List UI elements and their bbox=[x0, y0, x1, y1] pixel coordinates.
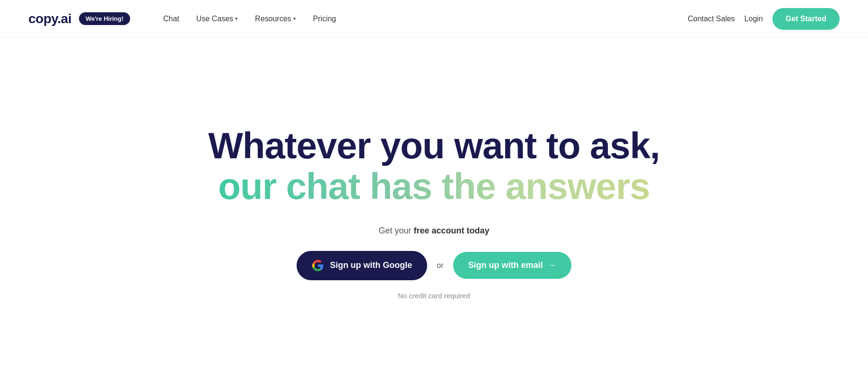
signup-google-label: Sign up with Google bbox=[330, 260, 412, 270]
get-started-button[interactable]: Get Started bbox=[772, 8, 840, 30]
signup-email-label: Sign up with email bbox=[468, 260, 543, 270]
navbar-nav: Chat Use Cases ▾ Resources ▾ Pricing bbox=[157, 11, 342, 27]
or-divider-text: or bbox=[437, 261, 443, 270]
hiring-badge[interactable]: We're Hiring! bbox=[79, 12, 130, 25]
logo-text: copy.ai bbox=[28, 11, 71, 26]
hero-subtitle: Get your free account today bbox=[378, 226, 489, 236]
subtitle-bold: free account today bbox=[413, 226, 489, 235]
nav-item-resources[interactable]: Resources ▾ bbox=[248, 11, 302, 27]
nav-item-chat[interactable]: Chat bbox=[157, 11, 186, 27]
no-credit-card-text: No credit card required bbox=[398, 292, 470, 300]
contact-sales-link[interactable]: Contact Sales bbox=[688, 15, 735, 23]
chevron-down-icon: ▾ bbox=[235, 16, 238, 22]
hero-title-line1: Whatever you want to ask, bbox=[208, 126, 660, 166]
arrow-right-icon: → bbox=[548, 260, 556, 270]
logo[interactable]: copy.ai bbox=[28, 11, 71, 26]
subtitle-prefix: Get your bbox=[378, 226, 413, 235]
signup-email-button[interactable]: Sign up with email → bbox=[453, 252, 571, 279]
nav-resources-label: Resources bbox=[255, 15, 291, 23]
login-link[interactable]: Login bbox=[745, 15, 763, 23]
cta-buttons: Sign up with Google or Sign up with emai… bbox=[297, 251, 571, 280]
nav-usecases-label: Use Cases bbox=[196, 15, 233, 23]
hero-title-line2: our chat has the answers bbox=[218, 166, 649, 207]
chevron-down-icon: ▾ bbox=[293, 16, 296, 22]
navbar-left: copy.ai We're Hiring! Chat Use Cases ▾ R… bbox=[28, 11, 342, 27]
navbar-right: Contact Sales Login Get Started bbox=[688, 8, 840, 30]
nav-item-usecases[interactable]: Use Cases ▾ bbox=[190, 11, 245, 27]
signup-google-button[interactable]: Sign up with Google bbox=[297, 251, 427, 280]
hero-section: Whatever you want to ask, our chat has t… bbox=[0, 38, 868, 378]
nav-chat-label: Chat bbox=[163, 15, 179, 23]
google-icon bbox=[312, 259, 324, 272]
nav-pricing-label: Pricing bbox=[313, 15, 336, 23]
nav-item-pricing[interactable]: Pricing bbox=[307, 11, 343, 27]
navbar: copy.ai We're Hiring! Chat Use Cases ▾ R… bbox=[0, 0, 868, 38]
